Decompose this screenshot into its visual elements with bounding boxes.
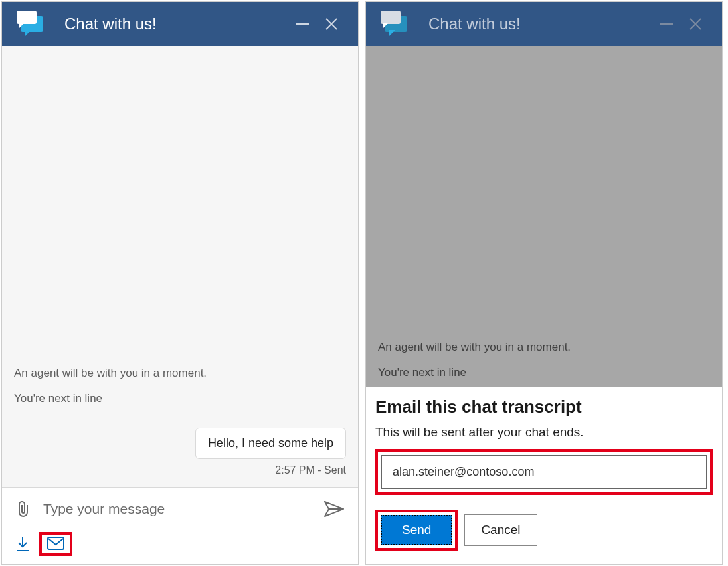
- chat-header: Chat with us!: [2, 2, 358, 46]
- chat-bubbles-icon: [381, 9, 410, 39]
- system-message: An agent will be with you in a moment.: [14, 367, 346, 380]
- close-icon: [324, 17, 339, 31]
- mail-icon: [47, 537, 64, 550]
- close-icon: [688, 17, 703, 31]
- minimize-button[interactable]: [288, 9, 317, 39]
- composer-input[interactable]: Type your message: [43, 501, 312, 517]
- cancel-button[interactable]: Cancel: [464, 514, 537, 546]
- system-message: You're next in line: [378, 366, 710, 379]
- footer: [2, 525, 358, 564]
- download-icon: [15, 536, 30, 552]
- minimize-button[interactable]: [652, 9, 681, 39]
- chat-window-left: Chat with us! An agent will be with you …: [1, 1, 359, 565]
- paperclip-icon: [15, 500, 31, 518]
- chat-header: Chat with us!: [366, 2, 722, 46]
- chat-body: An agent will be with you in a moment. Y…: [2, 46, 358, 487]
- dialog-title: Email this chat transcript: [375, 397, 713, 417]
- close-button[interactable]: [681, 9, 710, 39]
- chat-title: Chat with us!: [64, 15, 288, 33]
- send-icon: [323, 500, 345, 518]
- email-field-highlight: [375, 449, 713, 495]
- download-transcript-button[interactable]: [15, 536, 30, 552]
- attach-button[interactable]: [15, 500, 31, 518]
- send-button-highlight: Send: [375, 510, 458, 551]
- close-button[interactable]: [317, 9, 346, 39]
- system-message: You're next in line: [14, 392, 346, 405]
- minimize-icon: [296, 23, 309, 25]
- minimize-icon: [660, 23, 673, 25]
- email-input[interactable]: [381, 455, 707, 489]
- send-button[interactable]: Send: [381, 515, 452, 545]
- message-meta: 2:57 PM - Sent: [14, 464, 346, 476]
- system-message: An agent will be with you in a moment.: [378, 341, 710, 354]
- chat-title: Chat with us!: [428, 15, 652, 33]
- user-message-bubble: Hello, I need some help: [195, 428, 346, 459]
- chat-window-right: Chat with us! An agent will be with you …: [365, 1, 723, 565]
- dialog-subtitle: This will be sent after your chat ends.: [375, 425, 713, 440]
- email-transcript-dialog: Email this chat transcript This will be …: [366, 387, 722, 564]
- svg-rect-0: [48, 537, 64, 549]
- email-transcript-button[interactable]: [39, 532, 72, 556]
- send-button[interactable]: [323, 500, 345, 518]
- composer: Type your message: [2, 487, 358, 525]
- chat-bubbles-icon: [17, 9, 46, 39]
